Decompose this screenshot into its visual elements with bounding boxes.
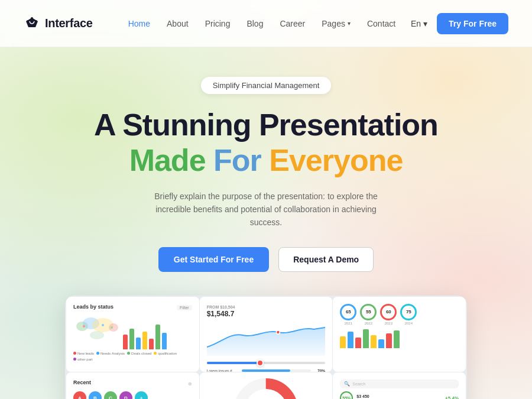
donut-wrapper: value 1,611 — [231, 379, 301, 399]
nav-pricing[interactable]: Pricing — [205, 19, 231, 28]
bar-item — [386, 333, 392, 348]
dashboard-container: Leads by status Filter — [65, 296, 467, 399]
legend-dot — [154, 352, 157, 355]
svg-point-10 — [111, 326, 113, 329]
legend-item: Deals closed — [127, 352, 151, 355]
stat-item: 55 2022 — [360, 304, 377, 325]
search-bar[interactable]: 🔍 Search — [340, 379, 459, 388]
bar-item — [136, 338, 141, 349]
nav-pages[interactable]: Pages ▾ — [322, 19, 351, 28]
svg-point-11 — [276, 330, 280, 334]
bar-item — [363, 329, 369, 348]
area-line-chart — [207, 320, 326, 356]
nav-career[interactable]: Career — [280, 19, 305, 28]
hero-title-line2: Made For Everyone — [129, 142, 403, 179]
bar-item — [378, 339, 384, 348]
small-bar-chart — [340, 327, 459, 348]
legend-dot — [96, 352, 99, 355]
hero-subtitle: Briefly explain the purpose of the prese… — [154, 190, 378, 229]
nav-home[interactable]: Home — [128, 19, 150, 28]
nav-blog[interactable]: Blog — [246, 19, 263, 28]
hero-section: Simplify Financial Management A Stunning… — [0, 47, 532, 290]
line-chart-card: FROM $10,504 $1,548.7 — [200, 297, 333, 372]
bar-item — [394, 330, 400, 348]
bar-item — [340, 336, 346, 348]
hero-buttons: Get Started For Free Request A Demo — [158, 247, 374, 272]
hero-badge: Simplify Financial Management — [201, 77, 332, 94]
svg-point-2 — [31, 17, 33, 20]
hero-title-everyone: Everyone — [269, 143, 403, 177]
language-selector[interactable]: En ▾ — [411, 19, 427, 28]
progress-card: 🔍 Search 55% $3 450 Lorem ipsum dolor si… — [333, 372, 466, 399]
avatar: C — [104, 391, 117, 399]
bar-item — [142, 332, 147, 349]
bar-item — [348, 332, 353, 348]
try-for-free-button[interactable]: Try For Free — [437, 13, 508, 34]
bar-item — [129, 329, 134, 349]
donut-chart: value 1,611 — [231, 375, 301, 399]
slider-fill — [207, 362, 260, 364]
svg-point-9 — [102, 324, 104, 326]
stats-circles: 65 2021 55 2022 60 2023 75 2024 — [340, 304, 459, 325]
nav-links: Home About Pricing Blog Career Pages ▾ C… — [128, 19, 411, 28]
bar-item — [371, 335, 377, 348]
nav-contact[interactable]: Contact — [367, 19, 395, 28]
world-map-chart — [73, 314, 121, 344]
leads-bar-chart — [123, 317, 167, 349]
meter-row: Lorem ipsum d. 70% — [207, 369, 326, 372]
dashboard-preview: Leads by status Filter — [0, 290, 532, 399]
legend-dot — [127, 352, 130, 355]
donut-chart-card: value 1,611 — [200, 372, 333, 399]
avatar: D — [119, 391, 132, 399]
bar-item — [162, 333, 167, 349]
progress-row: 55% $3 450 Lorem ipsum dolor sit amet. +… — [340, 391, 459, 399]
recent-card: Recent ⊕ A B C D + $258.00 1 Aug, 2023 — [66, 372, 199, 399]
stat-item: 75 2024 — [400, 304, 417, 325]
chevron-down-icon: ▾ — [423, 19, 427, 28]
slider-thumb — [257, 359, 264, 366]
filter-label[interactable]: Filter — [177, 305, 192, 310]
leads-by-status-card: Leads by status Filter — [66, 297, 199, 372]
bar-item — [149, 339, 154, 349]
nav-about[interactable]: About — [167, 19, 189, 28]
recent-avatars: A B C D + — [73, 391, 192, 399]
nav-right: En ▾ Try For Free — [411, 13, 508, 34]
legend-item: New leads — [73, 352, 94, 355]
bar-item — [355, 338, 361, 348]
navbar: Interface Home About Pricing Blog Career… — [0, 0, 532, 47]
chevron-down-icon: ▾ — [348, 20, 351, 27]
stats-card: 65 2021 55 2022 60 2023 75 2024 — [333, 297, 466, 372]
leads-card-title: Leads by status — [73, 304, 113, 310]
legend-dot — [73, 358, 76, 361]
logo-icon — [24, 17, 40, 31]
logo[interactable]: Interface — [24, 17, 93, 31]
chart-legend: New leads Needs Analysis Deals closed qu… — [73, 352, 192, 361]
avatar: B — [89, 391, 102, 399]
legend-item: qualification — [154, 352, 177, 355]
avatar: A — [73, 391, 86, 399]
stat-item: 65 2021 — [340, 304, 356, 325]
line-chart-title: FROM $10,504 $1,548.7 — [207, 304, 326, 318]
svg-point-1 — [35, 20, 37, 22]
recent-title: Recent — [73, 379, 91, 385]
bar-item — [155, 325, 160, 349]
brand-name: Interface — [45, 17, 93, 30]
slider[interactable] — [207, 362, 326, 364]
avatar: + — [135, 391, 148, 399]
search-icon: 🔍 — [344, 381, 350, 387]
legend-item: other part — [73, 358, 93, 361]
svg-point-7 — [90, 331, 104, 339]
bar-item — [123, 335, 128, 349]
svg-point-6 — [109, 323, 118, 332]
hero-title-for: For — [213, 143, 261, 177]
hero-title-made: Made — [129, 143, 206, 177]
svg-point-0 — [27, 20, 29, 22]
legend-item: Needs Analysis — [96, 352, 125, 355]
progress-items: 55% $3 450 Lorem ipsum dolor sit amet. +… — [340, 391, 459, 399]
svg-point-8 — [83, 325, 85, 327]
stat-item: 60 2023 — [380, 304, 397, 325]
legend-dot — [73, 352, 76, 355]
get-started-button[interactable]: Get Started For Free — [158, 247, 269, 272]
request-demo-button[interactable]: Request A Demo — [278, 247, 374, 272]
meter-items: Lorem ipsum d. 70% Lorem ipsum d. 50% Lo… — [207, 369, 326, 372]
